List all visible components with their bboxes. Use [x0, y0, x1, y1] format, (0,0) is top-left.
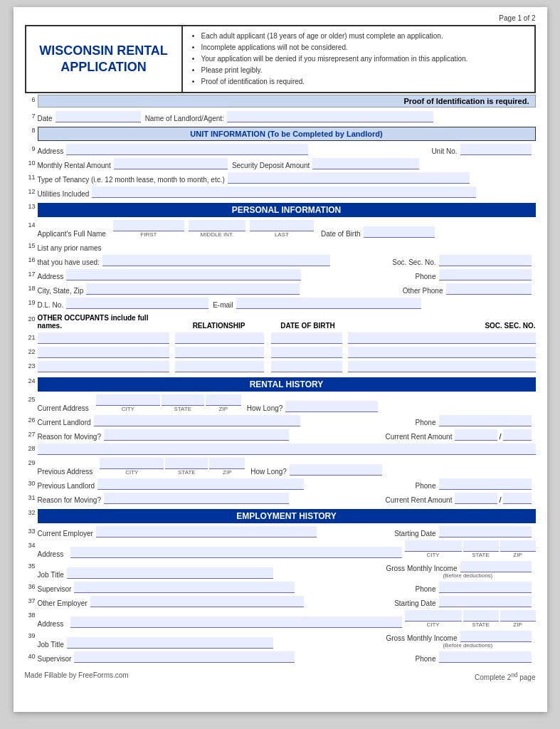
city-input-34[interactable]: [405, 540, 462, 552]
reason-moving-input-27[interactable]: [104, 429, 289, 441]
phone-input-26[interactable]: [439, 415, 532, 426]
landlord-input[interactable]: [227, 111, 433, 122]
curr-addr-state-input[interactable]: [162, 394, 204, 406]
starting-date-input-33[interactable]: [439, 526, 532, 537]
prev-addr-zip-input[interactable]: [209, 458, 245, 469]
supervisor-input-40[interactable]: [74, 651, 295, 663]
occ-dob-1[interactable]: [271, 332, 342, 344]
row-num-37: 37: [25, 596, 38, 604]
curr-rent-period-31[interactable]: [503, 493, 532, 504]
occ-rel-3[interactable]: [175, 361, 264, 372]
email-input[interactable]: [236, 298, 421, 309]
other-employer-input[interactable]: [90, 596, 304, 607]
curr-rent-input-27[interactable]: [455, 429, 497, 441]
phone-input-30[interactable]: [439, 478, 532, 490]
state-group-34: STATE: [463, 540, 499, 558]
utilities-input[interactable]: [92, 187, 476, 198]
row-17: 17 Address Phone: [25, 268, 536, 282]
city-state-zip-input[interactable]: [86, 283, 300, 295]
prior-names-input[interactable]: [102, 255, 330, 266]
state-input-34[interactable]: [463, 540, 499, 552]
row-31: 31 Reason for Moving? Current Rent Amoun…: [25, 491, 536, 505]
curr-rent-period-27[interactable]: [503, 429, 532, 441]
prev-addr-city-group: CITY: [100, 458, 164, 476]
how-long-input-29[interactable]: [290, 464, 382, 476]
row-num-22: 22: [25, 347, 38, 355]
how-long-input-25[interactable]: [285, 401, 378, 412]
occ-dob-3[interactable]: [271, 361, 342, 372]
security-deposit-input[interactable]: [312, 158, 419, 169]
state-input-38[interactable]: [463, 610, 499, 622]
occ-name-2[interactable]: [38, 347, 169, 358]
landlord-field: Name of Landlord/Agent:: [145, 111, 433, 122]
row-num-19: 19: [25, 298, 38, 306]
job-title-field-35: Job Title: [38, 567, 382, 579]
monthly-rental-field: Monthly Rental Amount: [38, 158, 228, 169]
row-num-11: 11: [25, 172, 38, 181]
row-num-17: 17: [25, 269, 38, 278]
prev-landlord-input[interactable]: [97, 478, 304, 490]
row-num-39: 39: [25, 631, 38, 639]
city-group-34: CITY: [405, 540, 462, 558]
phone-input-36[interactable]: [439, 582, 532, 593]
city-state-zip-field: City, State, Zip: [38, 283, 398, 295]
occ-soc-2[interactable]: [348, 347, 536, 358]
address-input-38[interactable]: [70, 617, 401, 628]
tenancy-type-input[interactable]: [228, 172, 470, 184]
footer: Made Fillable by FreeForms.com Complete …: [25, 671, 536, 681]
occ-soc-3[interactable]: [348, 361, 536, 372]
occupants-col4-header: SOC. SEC. NO.: [351, 322, 536, 330]
occ-soc-1[interactable]: [348, 332, 536, 344]
curr-addr-zip-input[interactable]: [206, 394, 241, 406]
occ-rel-1[interactable]: [175, 332, 264, 344]
curr-employer-input[interactable]: [96, 526, 317, 537]
zip-input-38[interactable]: [500, 610, 536, 622]
rule-item: Each adult applicant (18 years of age or…: [201, 31, 527, 42]
zip-group-38: ZIP: [500, 610, 536, 628]
occ-name-3[interactable]: [38, 361, 169, 372]
city-input-38[interactable]: [405, 610, 462, 622]
curr-rent-input-31[interactable]: [455, 493, 497, 504]
first-name-input[interactable]: [113, 220, 184, 231]
other-phone-input[interactable]: [446, 283, 532, 295]
phone-field-17: Phone: [416, 269, 532, 280]
job-title-input-39[interactable]: [67, 637, 273, 649]
title-block: WISCONSIN RENTAL APPLICATION: [26, 26, 183, 92]
page-number: Page 1 of 2: [25, 14, 536, 22]
row28-input[interactable]: [38, 444, 536, 455]
row-34: 34 Address CITY STATE ZIP: [25, 539, 536, 560]
footer-left: Made Fillable by FreeForms.com: [25, 671, 129, 681]
occ-rel-2[interactable]: [175, 347, 264, 358]
dob-input[interactable]: [364, 226, 435, 238]
header-block: WISCONSIN RENTAL APPLICATION Each adult …: [25, 25, 536, 93]
date-input[interactable]: [56, 111, 141, 122]
row-11: 11 Type of Tenancy (i.e. 12 month lease,…: [25, 171, 536, 185]
row-num-38: 38: [25, 610, 38, 619]
phone-input-17[interactable]: [439, 269, 532, 280]
unitno-input[interactable]: [460, 144, 532, 155]
curr-landlord-input[interactable]: [94, 415, 300, 426]
phone-input-40[interactable]: [439, 651, 532, 663]
last-name-input[interactable]: [250, 220, 314, 231]
address-input-17[interactable]: [66, 269, 301, 280]
occ-dob-2[interactable]: [271, 347, 342, 358]
middle-name-input[interactable]: [189, 220, 245, 231]
gross-income-input-39[interactable]: [460, 631, 532, 642]
supervisor-input-36[interactable]: [74, 582, 295, 593]
address-input-9[interactable]: [66, 144, 308, 155]
row-23: 23: [25, 360, 536, 374]
address-input-34[interactable]: [70, 547, 401, 558]
dl-input[interactable]: [66, 298, 208, 309]
curr-addr-city-input[interactable]: [96, 394, 160, 406]
zip-input-34[interactable]: [500, 540, 536, 552]
prev-addr-city-input[interactable]: [100, 458, 164, 469]
unit-info-header: UNIT INFORMATION (To be Completed by Lan…: [38, 127, 536, 141]
monthly-rental-input[interactable]: [114, 158, 228, 169]
occ-name-1[interactable]: [38, 332, 169, 344]
gross-income-input-35[interactable]: [460, 561, 532, 572]
job-title-input-35[interactable]: [67, 567, 273, 579]
reason-moving-input-31[interactable]: [104, 493, 289, 504]
starting-date-input-37[interactable]: [439, 596, 532, 607]
soc-sec-input[interactable]: [439, 255, 532, 266]
prev-addr-state-input[interactable]: [165, 458, 208, 469]
